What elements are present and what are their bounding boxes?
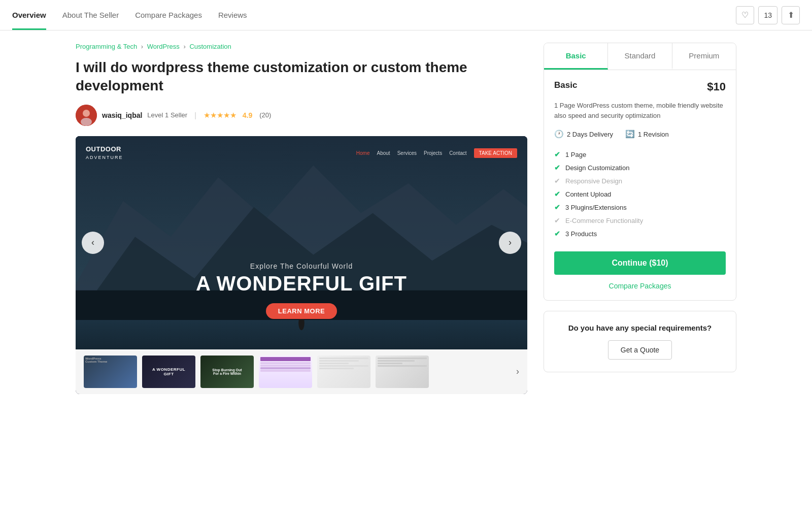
thumb-2-inner: A WONDERFULGIFT [142,356,195,388]
special-req-title: Do you have any special requirements? [554,324,726,332]
right-column: Basic Standard Premium Basic $10 1 Page … [544,43,736,394]
thumbnail-3[interactable]: Stop Burning OutFor a Fire Within [200,356,254,388]
thumbnail-2[interactable]: A WONDERFULGIFT [142,356,195,388]
package-description: 1 Page WordPress custom theme, mobile fr… [554,101,726,120]
pipe-divider: | [194,111,196,119]
refresh-icon: 🔄 [625,130,635,139]
package-header: Basic $10 [554,80,726,93]
image-subtitle: Explore The Colourful World [196,262,407,270]
image-cta-button[interactable]: LEARN MORE [266,303,337,319]
delivery-text: 2 Days Delivery [567,131,613,138]
seller-name[interactable]: wasiq_iqbal [102,111,142,119]
star-rating-icons: ★★★★★ [204,111,236,120]
continue-button[interactable]: Continue ($10) [554,251,726,275]
feature-item: ✔1 Page [554,148,726,161]
feature-check-icon: ✔ [554,190,560,198]
feature-x-icon: ✔ [554,177,560,185]
menu-cta: TAKE ACTION [474,148,517,158]
image-main-title: A WONDERFUL GIFT [196,272,407,295]
feature-item: ✔E-Commerce Functionality [554,214,726,227]
tab-premium[interactable]: Premium [672,43,736,70]
rating-number: 4.9 [243,111,252,119]
tab-basic[interactable]: Basic [544,43,608,70]
thumb-5-inner [317,356,370,372]
thumbnail-5[interactable] [317,356,370,388]
likes-count: 13 [758,6,777,24]
package-name: Basic [554,80,577,90]
left-column: Programming & Tech › WordPress › Customi… [76,43,527,394]
menu-services: Services [397,150,417,156]
package-body: Basic $10 1 Page WordPress custom theme,… [544,70,736,300]
outdoor-nav-overlay: OUTDOOR ADVENTURE Home About Services Pr… [76,145,527,161]
special-requirements-card: Do you have any special requirements? Ge… [544,311,736,372]
clock-icon: 🕐 [554,130,564,139]
tab-standard[interactable]: Standard [608,43,672,70]
outdoor-menu: Home About Services Projects Contact TAK… [356,148,517,158]
thumbnails-strip: WordPressCustom Theme A WONDERFULGIFT St… [76,349,527,394]
tab-about-seller[interactable]: About The Seller [62,0,119,30]
breadcrumb-sep-2: › [183,43,187,50]
feature-check-icon: ✔ [554,230,560,238]
seller-level: Level 1 Seller [147,111,187,119]
thumb-6-inner [376,356,429,370]
thumbnail-1[interactable]: WordPressCustom Theme [84,356,137,388]
menu-contact: Contact [449,150,466,156]
main-image: OUTDOOR ADVENTURE Home About Services Pr… [76,136,527,349]
delivery-meta: 🕐 2 Days Delivery [554,130,613,139]
feature-label: E-Commerce Functionality [565,217,643,224]
image-text-block: Explore The Colourful World A WONDERFUL … [196,262,407,319]
heart-button[interactable]: ♡ [736,6,754,24]
revisions-meta: 🔄 1 Revision [625,130,669,139]
breadcrumb-programming[interactable]: Programming & Tech [76,43,137,50]
feature-x-icon: ✔ [554,216,560,224]
feature-label: Design Customization [565,164,629,172]
thumbnails-next[interactable]: › [516,366,519,377]
feature-item: ✔Responsive Design [554,174,726,187]
tab-reviews[interactable]: Reviews [218,0,247,30]
outdoor-logo-text: OUTDOOR ADVENTURE [86,145,123,161]
thumbnail-6[interactable] [376,356,429,388]
tab-overview[interactable]: Overview [12,0,46,30]
get-quote-button[interactable]: Get a Quote [608,340,672,360]
breadcrumb-sep-1: › [141,43,145,50]
menu-projects: Projects [424,150,442,156]
outdoor-logo: OUTDOOR ADVENTURE [86,145,123,161]
tab-compare-packages[interactable]: Compare Packages [135,0,202,30]
package-meta: 🕐 2 Days Delivery 🔄 1 Revision [554,130,726,139]
gallery-next-button[interactable]: › [499,232,521,254]
breadcrumb: Programming & Tech › WordPress › Customi… [76,43,527,50]
gallery-wrapper: OUTDOOR ADVENTURE Home About Services Pr… [76,136,527,394]
menu-home: Home [356,150,370,156]
svg-point-2 [81,118,92,126]
review-count: (20) [259,111,271,119]
feature-label: Responsive Design [565,177,622,185]
gig-title: I will do wordpress theme customization … [76,58,527,95]
nav-tabs: Overview About The Seller Compare Packag… [12,0,247,30]
feature-item: ✔3 Products [554,227,726,240]
feature-label: 3 Products [565,230,597,238]
package-features: ✔1 Page✔Design Customization✔Responsive … [554,148,726,240]
feature-label: 1 Page [565,151,586,158]
feature-item: ✔Content Upload [554,187,726,201]
revisions-text: 1 Revision [638,131,669,138]
gallery-prev-button[interactable]: ‹ [82,232,104,254]
feature-check-icon: ✔ [554,164,560,172]
feature-label: 3 Plugins/Extensions [565,204,627,211]
top-nav: Overview About The Seller Compare Packag… [0,0,812,30]
share-button[interactable]: ⬆ [782,6,800,24]
feature-check-icon: ✔ [554,150,560,158]
feature-item: ✔3 Plugins/Extensions [554,201,726,214]
package-card: Basic Standard Premium Basic $10 1 Page … [544,43,736,301]
thumbnail-4[interactable] [259,356,312,388]
breadcrumb-wordpress[interactable]: WordPress [147,43,180,50]
feature-item: ✔Design Customization [554,161,726,174]
svg-point-1 [83,110,90,117]
seller-info: wasiq_iqbal Level 1 Seller | ★★★★★ 4.9 (… [76,105,527,126]
menu-about: About [377,150,390,156]
breadcrumb-customization[interactable]: Customization [189,43,231,50]
avatar [76,105,97,126]
package-price: $10 [707,80,726,93]
compare-packages-link[interactable]: Compare Packages [554,282,726,290]
feature-check-icon: ✔ [554,203,560,211]
main-content: Programming & Tech › WordPress › Customi… [63,30,749,394]
